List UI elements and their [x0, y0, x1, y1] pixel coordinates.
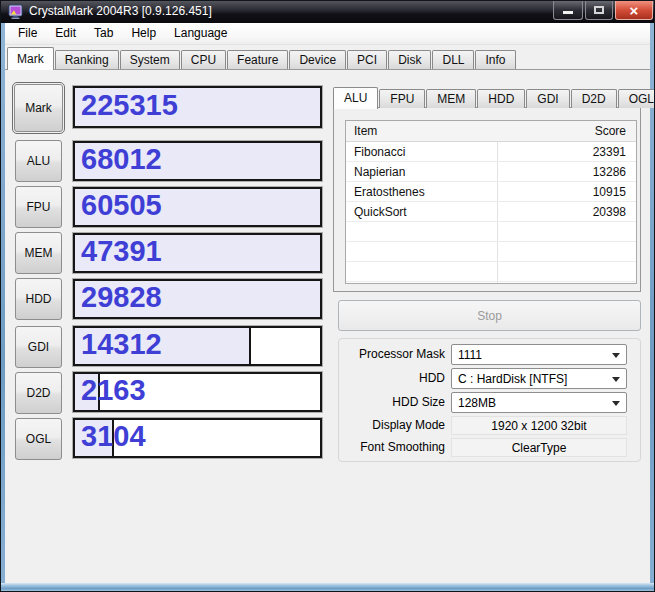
window-border-bottom: [1, 583, 654, 591]
result-tab-gdi[interactable]: GDI: [526, 89, 569, 108]
processor-mask-label: Processor Mask: [338, 347, 445, 361]
main-tab-strip: Mark Ranking System CPU Feature Device P…: [5, 46, 650, 69]
close-button[interactable]: ×: [615, 1, 653, 20]
ogl-score-value: 3104: [81, 420, 146, 453]
row-score-value: 23391: [593, 145, 626, 159]
titlebar: CrystalMark 2004R3 [0.9.126.451] ×: [1, 1, 655, 23]
gdi-score-box: 14312: [73, 326, 322, 366]
table-row[interactable]: Eratosthenes 10915: [346, 182, 636, 202]
minimize-button[interactable]: [553, 1, 583, 20]
menu-file[interactable]: File: [9, 23, 46, 44]
font-smoothing-field: ClearType: [451, 438, 627, 457]
font-smoothing-value: ClearType: [512, 441, 567, 455]
tab-cpu[interactable]: CPU: [181, 50, 226, 69]
hdd-button[interactable]: HDD: [15, 278, 62, 320]
app-window: CrystalMark 2004R3 [0.9.126.451] × File …: [0, 0, 655, 592]
mark-score-box: 225315: [73, 86, 322, 128]
result-tab-ogl[interactable]: OGL: [618, 89, 655, 108]
table-empty-row: [346, 262, 636, 282]
app-icon: [8, 4, 24, 20]
dropdown-arrow-icon: [612, 353, 620, 362]
row-item-label: Fibonacci: [354, 145, 405, 159]
hdd-combobox[interactable]: C : HardDisk [NTFS]: [451, 368, 627, 389]
d2d-button[interactable]: D2D: [15, 372, 62, 414]
mark-tab-page: Mark ALU FPU MEM HDD GDI D2D OGL 225315 …: [5, 69, 650, 583]
row-item-label: Napierian: [354, 165, 405, 179]
display-mode-label: Display Mode: [338, 418, 445, 432]
maximize-icon: [594, 6, 604, 14]
result-tab-mem[interactable]: MEM: [426, 89, 476, 108]
d2d-score-box: 2163: [73, 372, 322, 412]
alu-score-value: 68012: [81, 143, 162, 176]
hdd-size-combobox[interactable]: 128MB: [451, 392, 627, 413]
tab-system[interactable]: System: [120, 50, 180, 69]
result-tab-fpu[interactable]: FPU: [379, 89, 425, 108]
mem-button[interactable]: MEM: [15, 232, 62, 274]
result-tab-alu[interactable]: ALU: [333, 87, 378, 109]
mem-score-box: 47391: [73, 233, 322, 273]
column-header-item[interactable]: Item: [354, 124, 377, 138]
table-row[interactable]: QuickSort 20398: [346, 202, 636, 222]
menu-language[interactable]: Language: [165, 23, 236, 44]
tab-feature[interactable]: Feature: [227, 50, 288, 69]
result-tab-hdd[interactable]: HDD: [477, 89, 525, 108]
hdd-score-value: 29828: [81, 281, 162, 314]
hdd-size-value: 128MB: [458, 396, 496, 410]
hdd-score-box: 29828: [73, 279, 322, 319]
alu-score-box: 68012: [73, 141, 322, 181]
result-tab-strip: ALU FPU MEM HDD GDI D2D OGL: [333, 86, 655, 108]
minimize-icon: [563, 11, 573, 14]
menu-bar: File Edit Tab Help Language: [5, 23, 650, 45]
mem-score-value: 47391: [81, 235, 162, 268]
tab-mark[interactable]: Mark: [7, 47, 54, 70]
processor-mask-value: 1111: [458, 348, 482, 362]
display-mode-field: 1920 x 1200 32bit: [451, 416, 627, 435]
fpu-score-box: 60505: [73, 187, 322, 227]
tab-pci[interactable]: PCI: [347, 50, 387, 69]
window-controls: ×: [553, 1, 653, 20]
hdd-value: C : HardDisk [NTFS]: [458, 372, 567, 386]
gdi-button[interactable]: GDI: [15, 326, 62, 368]
ogl-button[interactable]: OGL: [15, 418, 62, 460]
result-table: Item Score Fibonacci 23391 Napierian 132…: [345, 120, 637, 284]
window-border-right: [650, 23, 654, 591]
ogl-score-box: 3104: [73, 418, 322, 458]
row-score-value: 10915: [593, 185, 626, 199]
row-item-label: QuickSort: [354, 205, 407, 219]
menu-help[interactable]: Help: [122, 23, 165, 44]
menu-edit[interactable]: Edit: [46, 23, 85, 44]
dropdown-arrow-icon: [612, 377, 620, 386]
row-item-label: Eratosthenes: [354, 185, 425, 199]
dropdown-arrow-icon: [612, 401, 620, 410]
tab-info[interactable]: Info: [475, 50, 515, 69]
tab-device[interactable]: Device: [289, 50, 346, 69]
column-header-score[interactable]: Score: [595, 124, 626, 138]
tab-disk[interactable]: Disk: [388, 50, 431, 69]
table-header-row: Item Score: [346, 121, 636, 142]
mark-button[interactable]: Mark: [14, 84, 63, 132]
menu-tab[interactable]: Tab: [85, 23, 122, 44]
maximize-button[interactable]: [585, 1, 613, 20]
table-row[interactable]: Fibonacci 23391: [346, 142, 636, 162]
tab-dll[interactable]: DLL: [432, 50, 474, 69]
tab-ranking[interactable]: Ranking: [55, 50, 119, 69]
display-mode-value: 1920 x 1200 32bit: [491, 419, 586, 433]
close-icon: ×: [630, 2, 639, 19]
result-tab-d2d[interactable]: D2D: [571, 89, 617, 108]
d2d-score-value: 2163: [81, 374, 146, 407]
font-smoothing-label: Font Smoothing: [338, 440, 445, 454]
fpu-button[interactable]: FPU: [15, 186, 62, 228]
table-empty-row: [346, 242, 636, 262]
table-empty-row: [346, 222, 636, 242]
mark-button-focus-ring: Mark: [12, 82, 65, 134]
alu-button[interactable]: ALU: [15, 140, 62, 182]
hdd-size-label: HDD Size: [338, 395, 445, 409]
table-row[interactable]: Napierian 13286: [346, 162, 636, 182]
stop-button[interactable]: Stop: [338, 300, 641, 331]
processor-mask-combobox[interactable]: 1111: [451, 344, 627, 365]
hdd-label: HDD: [338, 371, 445, 385]
window-title: CrystalMark 2004R3 [0.9.126.451]: [29, 1, 212, 23]
mark-score-value: 225315: [81, 89, 178, 122]
row-score-value: 13286: [593, 165, 626, 179]
fpu-score-value: 60505: [81, 189, 162, 222]
